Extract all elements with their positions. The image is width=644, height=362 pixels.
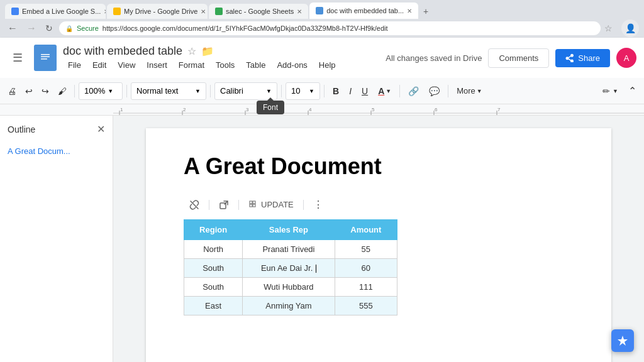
svg-text:2: 2	[183, 107, 186, 112]
menu-tools[interactable]: Tools	[211, 59, 240, 71]
svg-rect-2	[41, 57, 50, 58]
table-toolbar-sep-1	[209, 200, 209, 210]
open-table-btn[interactable]	[213, 196, 235, 214]
svg-rect-0	[39, 51, 52, 65]
folder-icon[interactable]: 📁	[201, 45, 214, 57]
edit-mode-btn[interactable]: ✏ ▼	[597, 84, 623, 99]
svg-text:1: 1	[120, 107, 123, 112]
table-toolbar-sep-3	[303, 200, 304, 210]
svg-rect-1	[41, 54, 50, 55]
italic-btn[interactable]: I	[345, 84, 356, 99]
menu-view[interactable]: View	[113, 59, 140, 71]
svg-text:7: 7	[497, 107, 501, 112]
table-header-region: Region	[184, 220, 243, 240]
svg-rect-3	[41, 58, 47, 60]
undo-btn[interactable]: ↩	[21, 84, 36, 99]
tab-4-active[interactable]: doc with embedded tab... ✕	[309, 3, 418, 19]
hamburger-menu[interactable]: ☰	[8, 46, 28, 70]
sidebar-title: Outline	[8, 124, 35, 134]
table-header-salesrep: Sales Rep	[243, 220, 335, 240]
doc-area: A Great Document	[113, 116, 644, 362]
separator-6	[399, 85, 400, 97]
font-tooltip: Font	[257, 101, 284, 114]
menu-addons[interactable]: Add-ons	[272, 59, 312, 71]
secure-label: Secure	[77, 25, 99, 32]
doc-title-area: doc with embeded table ☆ 📁 File Edit Vie…	[63, 45, 379, 71]
underline-btn[interactable]: U	[357, 84, 372, 99]
svg-text:5: 5	[372, 107, 375, 112]
zoom-dropdown[interactable]: 100% ▼	[79, 82, 123, 100]
table-row: South Wuti Hubbard 111	[184, 278, 397, 297]
saved-status: All changes saved in Drive	[386, 53, 482, 63]
user-avatar[interactable]: A	[616, 48, 636, 68]
doc-page: A Great Document	[146, 128, 611, 362]
separator-3	[210, 85, 211, 97]
back-btn[interactable]: ←	[5, 21, 20, 35]
collapse-toolbar-btn[interactable]: ⌃	[625, 82, 640, 99]
update-table-btn[interactable]: UPDATE	[243, 196, 299, 214]
svg-text:6: 6	[435, 107, 438, 112]
refresh-btn[interactable]: ↻	[43, 22, 55, 35]
table-row: North Pranati Trivedi 55	[184, 240, 397, 259]
menu-bar: File Edit View Insert Format Tools Table…	[63, 59, 379, 71]
menu-edit[interactable]: Edit	[87, 59, 111, 71]
table-more-btn[interactable]: ⋮	[308, 195, 329, 214]
unlink-table-btn[interactable]	[184, 196, 205, 214]
address-bar[interactable]: 🔒 Secure https://docs.google.com/documen…	[59, 21, 601, 35]
bookmark-icon[interactable]: ☆	[604, 23, 613, 33]
table-header-amount: Amount	[335, 220, 397, 240]
app-header: ☰ doc with embeded table ☆ 📁 File Edit V…	[0, 38, 644, 78]
share-button[interactable]: Share	[555, 49, 610, 67]
tab-3[interactable]: salec - Google Sheets ✕	[209, 4, 308, 19]
text-style-dropdown[interactable]: Normal text ▼	[131, 82, 206, 100]
redo-btn[interactable]: ↪	[38, 84, 53, 99]
table-row: East Anming Yam 555	[184, 297, 397, 315]
link-btn[interactable]: 🔗	[404, 84, 423, 99]
external-link-icon	[219, 200, 229, 210]
menu-help[interactable]: Help	[314, 59, 341, 71]
address-url: https://docs.google.com/document/d/1r_5I…	[103, 25, 388, 32]
lock-icon: 🔒	[65, 25, 73, 32]
outline-item-1[interactable]: A Great Docum...	[8, 145, 105, 157]
toolbar: 🖨 ↩ ↪ 🖌 100% ▼ Normal text ▼ Calibri ▼ 1…	[0, 78, 644, 104]
menu-format[interactable]: Format	[174, 59, 209, 71]
update-icon	[248, 200, 258, 210]
paint-format-btn[interactable]: 🖌	[54, 84, 70, 99]
font-size-dropdown[interactable]: 10 ▼	[286, 82, 320, 100]
unlink-icon	[189, 200, 199, 210]
separator-7	[448, 85, 448, 97]
print-btn[interactable]: 🖨	[4, 84, 20, 99]
separator-5	[324, 85, 325, 97]
tab-2[interactable]: My Drive - Google Drive ✕	[107, 4, 208, 19]
profile-btn[interactable]: 👤	[621, 19, 639, 37]
doc-app-icon	[34, 45, 57, 71]
ruler-svg: 1 2 3 4 5 6 7	[113, 104, 644, 116]
font-color-btn[interactable]: A ▼	[374, 84, 396, 99]
menu-file[interactable]: File	[63, 59, 86, 71]
bold-btn[interactable]: B	[328, 84, 343, 99]
svg-text:4: 4	[309, 107, 312, 112]
table-row: South Eun Ae Dai Jr. 60	[184, 259, 397, 278]
comment-btn[interactable]: 💬	[425, 84, 444, 99]
browser-chrome: Embed a Live Google S... ✕ My Drive - Go…	[0, 0, 644, 38]
comments-button[interactable]: Comments	[488, 48, 549, 68]
new-tab-btn[interactable]: +	[419, 4, 432, 19]
separator-4	[281, 85, 282, 97]
star-icon[interactable]: ☆	[187, 45, 196, 57]
sidebar-close-btn[interactable]: ✕	[97, 123, 105, 135]
main-layout: Outline ✕ A Great Docum... A Great Docum…	[0, 116, 644, 362]
svg-rect-21	[250, 201, 252, 204]
tab-1[interactable]: Embed a Live Google S... ✕	[5, 4, 106, 19]
share-icon	[565, 53, 574, 62]
separator-1	[74, 85, 75, 97]
forward-btn[interactable]: →	[24, 21, 39, 35]
text-cursor	[316, 265, 316, 273]
svg-rect-22	[253, 201, 255, 204]
table-toolbar: UPDATE ⋮	[184, 195, 574, 214]
ruler: 1 2 3 4 5 6 7	[0, 104, 644, 116]
more-btn[interactable]: More ▼	[452, 84, 487, 98]
svg-text:3: 3	[246, 107, 249, 112]
assistant-btn[interactable]	[611, 329, 634, 352]
menu-table[interactable]: Table	[241, 59, 270, 71]
menu-insert[interactable]: Insert	[142, 59, 172, 71]
